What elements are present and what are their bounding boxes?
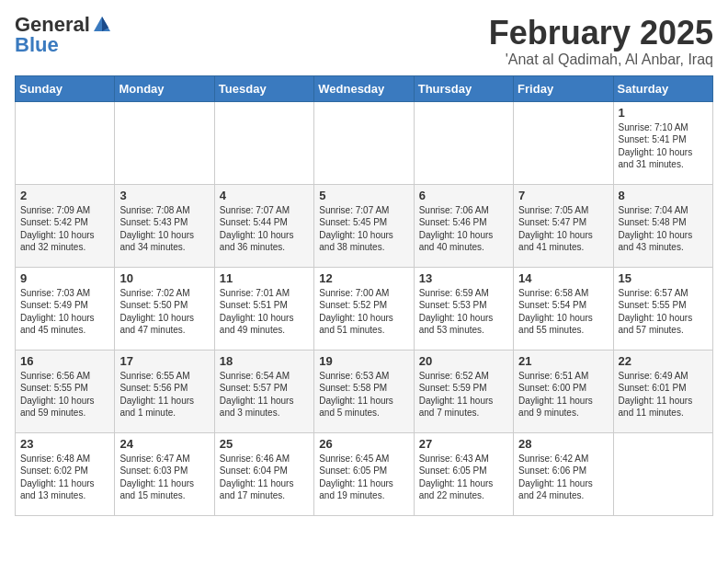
calendar-cell: 24Sunrise: 6:47 AM Sunset: 6:03 PM Dayli… xyxy=(115,432,214,515)
day-number: 11 xyxy=(220,271,309,285)
calendar-cell: 19Sunrise: 6:53 AM Sunset: 5:58 PM Dayli… xyxy=(314,350,414,432)
calendar-cell: 17Sunrise: 6:55 AM Sunset: 5:56 PM Dayli… xyxy=(115,350,214,432)
day-info: Sunrise: 7:05 AM Sunset: 5:47 PM Dayligh… xyxy=(518,204,608,254)
weekday-header-cell: Friday xyxy=(514,75,613,101)
location-title: 'Anat al Qadimah, Al Anbar, Iraq xyxy=(489,52,713,68)
day-info: Sunrise: 6:58 AM Sunset: 5:54 PM Dayligh… xyxy=(518,287,608,337)
day-info: Sunrise: 6:51 AM Sunset: 6:00 PM Dayligh… xyxy=(518,370,608,419)
calendar-week-row: 23Sunrise: 6:48 AM Sunset: 6:02 PM Dayli… xyxy=(16,432,713,515)
page-header: General Blue February 2025 'Anat al Qadi… xyxy=(15,15,713,68)
calendar-cell: 13Sunrise: 6:59 AM Sunset: 5:53 PM Dayli… xyxy=(414,267,513,350)
calendar-cell xyxy=(115,101,214,184)
day-info: Sunrise: 6:59 AM Sunset: 5:53 PM Dayligh… xyxy=(419,287,508,337)
calendar-cell xyxy=(314,101,414,184)
calendar-cell: 25Sunrise: 6:46 AM Sunset: 6:04 PM Dayli… xyxy=(214,432,313,515)
calendar-cell: 11Sunrise: 7:01 AM Sunset: 5:51 PM Dayli… xyxy=(214,267,313,350)
month-title: February 2025 xyxy=(489,15,713,52)
day-info: Sunrise: 6:55 AM Sunset: 5:56 PM Dayligh… xyxy=(119,370,209,419)
calendar-cell: 28Sunrise: 6:42 AM Sunset: 6:06 PM Dayli… xyxy=(514,432,613,515)
day-info: Sunrise: 7:00 AM Sunset: 5:52 PM Dayligh… xyxy=(319,287,408,337)
day-number: 5 xyxy=(319,189,408,202)
weekday-header-cell: Monday xyxy=(115,75,214,101)
day-number: 22 xyxy=(619,354,708,368)
day-number: 27 xyxy=(419,437,508,451)
day-number: 17 xyxy=(119,354,209,368)
calendar-week-row: 16Sunrise: 6:56 AM Sunset: 5:55 PM Dayli… xyxy=(16,350,713,432)
calendar-cell: 4Sunrise: 7:07 AM Sunset: 5:44 PM Daylig… xyxy=(214,184,313,267)
day-info: Sunrise: 7:02 AM Sunset: 5:50 PM Dayligh… xyxy=(119,287,209,337)
day-info: Sunrise: 6:56 AM Sunset: 5:55 PM Dayligh… xyxy=(20,370,109,419)
day-number: 23 xyxy=(20,437,109,451)
day-info: Sunrise: 7:03 AM Sunset: 5:49 PM Dayligh… xyxy=(20,287,109,337)
weekday-header-cell: Saturday xyxy=(613,75,712,101)
day-info: Sunrise: 6:45 AM Sunset: 6:05 PM Dayligh… xyxy=(319,453,408,502)
day-info: Sunrise: 6:52 AM Sunset: 5:59 PM Dayligh… xyxy=(419,370,508,419)
title-section: February 2025 'Anat al Qadimah, Al Anbar… xyxy=(489,15,713,68)
day-number: 8 xyxy=(619,189,708,202)
calendar-cell xyxy=(613,432,712,515)
calendar-cell: 12Sunrise: 7:00 AM Sunset: 5:52 PM Dayli… xyxy=(314,267,414,350)
calendar-week-row: 9Sunrise: 7:03 AM Sunset: 5:49 PM Daylig… xyxy=(16,267,713,350)
calendar-cell: 5Sunrise: 7:07 AM Sunset: 5:45 PM Daylig… xyxy=(314,184,414,267)
day-number: 19 xyxy=(319,354,408,368)
calendar-cell: 16Sunrise: 6:56 AM Sunset: 5:55 PM Dayli… xyxy=(16,350,115,432)
day-info: Sunrise: 6:46 AM Sunset: 6:04 PM Dayligh… xyxy=(220,453,309,502)
weekday-header-cell: Sunday xyxy=(16,75,115,101)
day-number: 16 xyxy=(20,354,109,368)
day-info: Sunrise: 7:08 AM Sunset: 5:43 PM Dayligh… xyxy=(119,204,209,254)
day-info: Sunrise: 6:53 AM Sunset: 5:58 PM Dayligh… xyxy=(319,370,408,419)
day-info: Sunrise: 7:06 AM Sunset: 5:46 PM Dayligh… xyxy=(419,204,508,254)
day-info: Sunrise: 6:49 AM Sunset: 6:01 PM Dayligh… xyxy=(619,370,708,419)
day-number: 14 xyxy=(518,271,608,285)
calendar-cell: 20Sunrise: 6:52 AM Sunset: 5:59 PM Dayli… xyxy=(414,350,513,432)
logo-general-text: General xyxy=(15,15,90,35)
day-info: Sunrise: 7:07 AM Sunset: 5:45 PM Dayligh… xyxy=(319,204,408,254)
day-number: 13 xyxy=(419,271,508,285)
day-info: Sunrise: 7:01 AM Sunset: 5:51 PM Dayligh… xyxy=(220,287,309,337)
calendar-cell: 18Sunrise: 6:54 AM Sunset: 5:57 PM Dayli… xyxy=(214,350,313,432)
calendar-cell: 14Sunrise: 6:58 AM Sunset: 5:54 PM Dayli… xyxy=(514,267,613,350)
day-number: 25 xyxy=(220,437,309,451)
calendar-cell: 8Sunrise: 7:04 AM Sunset: 5:48 PM Daylig… xyxy=(613,184,712,267)
day-number: 18 xyxy=(220,354,309,368)
calendar-body: 1Sunrise: 7:10 AM Sunset: 5:41 PM Daylig… xyxy=(16,101,713,515)
calendar-cell: 9Sunrise: 7:03 AM Sunset: 5:49 PM Daylig… xyxy=(16,267,115,350)
calendar-week-row: 2Sunrise: 7:09 AM Sunset: 5:42 PM Daylig… xyxy=(16,184,713,267)
calendar-table: SundayMondayTuesdayWednesdayThursdayFrid… xyxy=(15,75,713,516)
day-info: Sunrise: 7:10 AM Sunset: 5:41 PM Dayligh… xyxy=(619,121,708,171)
calendar-cell: 3Sunrise: 7:08 AM Sunset: 5:43 PM Daylig… xyxy=(115,184,214,267)
calendar-cell xyxy=(16,101,115,184)
day-info: Sunrise: 6:42 AM Sunset: 6:06 PM Dayligh… xyxy=(518,453,608,502)
calendar-cell: 6Sunrise: 7:06 AM Sunset: 5:46 PM Daylig… xyxy=(414,184,513,267)
day-number: 26 xyxy=(319,437,408,451)
calendar-cell: 21Sunrise: 6:51 AM Sunset: 6:00 PM Dayli… xyxy=(514,350,613,432)
weekday-header-cell: Tuesday xyxy=(214,75,313,101)
day-number: 21 xyxy=(518,354,608,368)
calendar-cell: 26Sunrise: 6:45 AM Sunset: 6:05 PM Dayli… xyxy=(314,432,414,515)
day-info: Sunrise: 6:54 AM Sunset: 5:57 PM Dayligh… xyxy=(220,370,309,419)
calendar-cell: 22Sunrise: 6:49 AM Sunset: 6:01 PM Dayli… xyxy=(613,350,712,432)
day-info: Sunrise: 6:43 AM Sunset: 6:05 PM Dayligh… xyxy=(419,453,508,502)
day-number: 4 xyxy=(220,189,309,202)
day-number: 3 xyxy=(119,189,209,202)
day-number: 6 xyxy=(419,189,508,202)
day-info: Sunrise: 7:09 AM Sunset: 5:42 PM Dayligh… xyxy=(20,204,109,254)
logo-icon xyxy=(92,15,112,35)
day-number: 2 xyxy=(20,189,109,202)
calendar-cell xyxy=(414,101,513,184)
logo-blue-text: Blue xyxy=(15,35,59,55)
day-number: 9 xyxy=(20,271,109,285)
weekday-header-cell: Wednesday xyxy=(314,75,414,101)
calendar-cell: 15Sunrise: 6:57 AM Sunset: 5:55 PM Dayli… xyxy=(613,267,712,350)
logo: General Blue xyxy=(15,15,112,55)
day-number: 7 xyxy=(518,189,608,202)
day-number: 1 xyxy=(619,106,708,120)
calendar-cell: 2Sunrise: 7:09 AM Sunset: 5:42 PM Daylig… xyxy=(16,184,115,267)
day-info: Sunrise: 6:57 AM Sunset: 5:55 PM Dayligh… xyxy=(619,287,708,337)
day-number: 24 xyxy=(119,437,209,451)
calendar-cell: 27Sunrise: 6:43 AM Sunset: 6:05 PM Dayli… xyxy=(414,432,513,515)
day-number: 28 xyxy=(518,437,608,451)
day-info: Sunrise: 7:07 AM Sunset: 5:44 PM Dayligh… xyxy=(220,204,309,254)
day-info: Sunrise: 6:48 AM Sunset: 6:02 PM Dayligh… xyxy=(20,453,109,502)
day-number: 10 xyxy=(119,271,209,285)
